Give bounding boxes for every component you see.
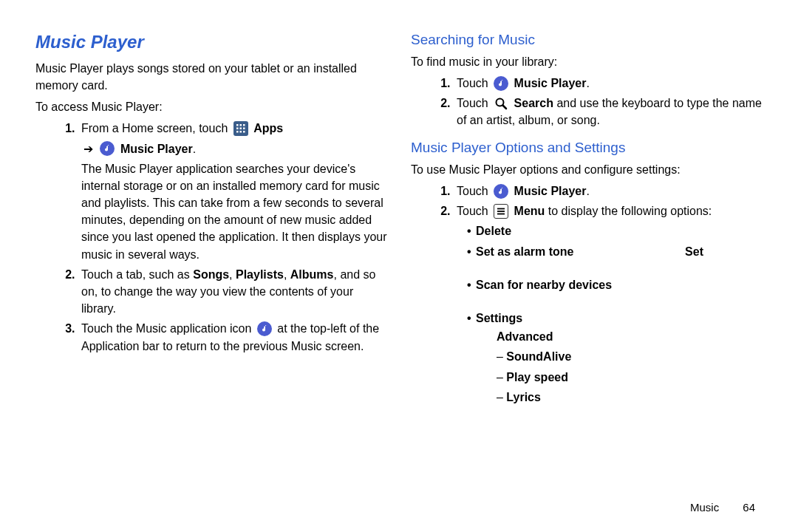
period: . xyxy=(586,77,589,89)
svg-rect-7 xyxy=(239,131,242,133)
searching-heading: Searching for Music xyxy=(411,30,763,50)
period: . xyxy=(193,143,196,155)
music-player-icon xyxy=(494,184,508,199)
footer-section: Music xyxy=(690,501,719,514)
sep1: , xyxy=(229,268,236,281)
step-1: From a Home screen, touch Apps ➔ Music P… xyxy=(78,120,387,263)
arrow-subitem: ➔ Music Player. xyxy=(98,140,387,157)
opt-step-1: Touch Music Player. xyxy=(454,183,763,200)
adv-playspeed: Play speed xyxy=(497,369,763,386)
advanced-label: Advanced xyxy=(497,328,763,345)
music-player-label: Music Player xyxy=(514,185,587,197)
svg-rect-1 xyxy=(239,124,242,126)
svg-rect-8 xyxy=(243,131,245,133)
svg-rect-2 xyxy=(243,124,245,126)
menu-label: Menu xyxy=(514,205,545,217)
access-label: To access Music Player: xyxy=(35,98,387,115)
opt-alarm: Set as alarm tone Set xyxy=(467,243,763,260)
search-step-2: Touch Search and use the keyboard to typ… xyxy=(454,95,763,129)
apps-label: Apps xyxy=(253,122,283,134)
period: . xyxy=(586,185,589,197)
apps-icon xyxy=(233,121,248,136)
opt-delete: Delete xyxy=(467,222,763,239)
opt-settings-label: Settings xyxy=(476,312,522,324)
svg-rect-4 xyxy=(239,128,242,130)
playlists-label: Playlists xyxy=(236,268,284,281)
arrow-glyph: ➔ xyxy=(81,140,95,157)
left-column: Music Player Music Player plays songs st… xyxy=(35,30,387,501)
searching-steps: Touch Music Player. Touch Search and use… xyxy=(411,75,763,129)
searching-intro: To find music in your library: xyxy=(411,53,763,70)
music-player-icon xyxy=(494,76,508,91)
page-footer: Music 64 xyxy=(35,501,763,514)
page-title: Music Player xyxy=(35,30,387,55)
svg-rect-6 xyxy=(236,131,239,133)
search-step-1: Touch Music Player. xyxy=(454,75,763,92)
options-heading: Music Player Options and Settings xyxy=(411,137,763,158)
opt-s1-a: Touch xyxy=(457,185,491,197)
step-2: Touch a tab, such as Songs, Playlists, A… xyxy=(78,266,387,318)
music-player-label: Music Player xyxy=(514,77,587,89)
search-s2-a: Touch xyxy=(457,97,491,109)
opt-scan: Scan for nearby devices xyxy=(467,276,763,293)
access-steps: From a Home screen, touch Apps ➔ Music P… xyxy=(35,120,387,354)
opt-s2-a: Touch xyxy=(457,205,491,217)
step-3-text-a: Touch the Music application icon xyxy=(81,322,255,335)
opt-s2-tail: to display the following options: xyxy=(545,205,712,217)
footer-page-number: 64 xyxy=(743,501,755,514)
svg-rect-5 xyxy=(243,128,245,130)
opt-alarm-label: Set as alarm tone xyxy=(476,243,574,260)
options-steps: Touch Music Player. Touch Menu to displa… xyxy=(411,183,763,406)
music-player-icon xyxy=(100,141,115,156)
search-icon xyxy=(494,96,508,111)
music-player-label: Music Player xyxy=(120,143,193,155)
svg-line-10 xyxy=(503,105,507,109)
step-3: Touch the Music application icon at the … xyxy=(78,320,387,354)
intro-paragraph: Music Player plays songs stored on your … xyxy=(35,60,387,94)
adv-lyrics: Lyrics xyxy=(497,389,763,406)
svg-rect-0 xyxy=(236,124,239,126)
content-columns: Music Player Music Player plays songs st… xyxy=(35,30,763,501)
step-1-text-a: From a Home screen, touch xyxy=(81,122,231,134)
menu-options-list: Delete Set as alarm tone Set Scan for ne… xyxy=(457,222,763,406)
right-column: Searching for Music To find music in you… xyxy=(411,30,763,501)
step-1-description: The Music Player application searches yo… xyxy=(81,160,387,263)
svg-rect-3 xyxy=(236,128,239,130)
step-2-text-a: Touch a tab, such as xyxy=(81,268,193,281)
search-label: Search xyxy=(514,97,553,109)
menu-icon xyxy=(494,204,508,219)
sep2: , xyxy=(284,268,290,281)
advanced-sublist: SoundAlive Play speed Lyrics xyxy=(497,348,763,406)
adv-soundalive: SoundAlive xyxy=(497,348,763,365)
opt-step-2: Touch Menu to display the following opti… xyxy=(454,202,763,406)
search-s1-a: Touch xyxy=(457,77,491,89)
options-intro: To use Music Player options and configur… xyxy=(411,161,763,178)
albums-label: Albums xyxy=(290,268,334,281)
opt-settings: Settings Advanced SoundAlive Play speed … xyxy=(467,310,763,406)
opt-set-right: Set xyxy=(685,243,703,260)
music-app-icon xyxy=(257,321,272,336)
songs-label: Songs xyxy=(193,268,229,281)
